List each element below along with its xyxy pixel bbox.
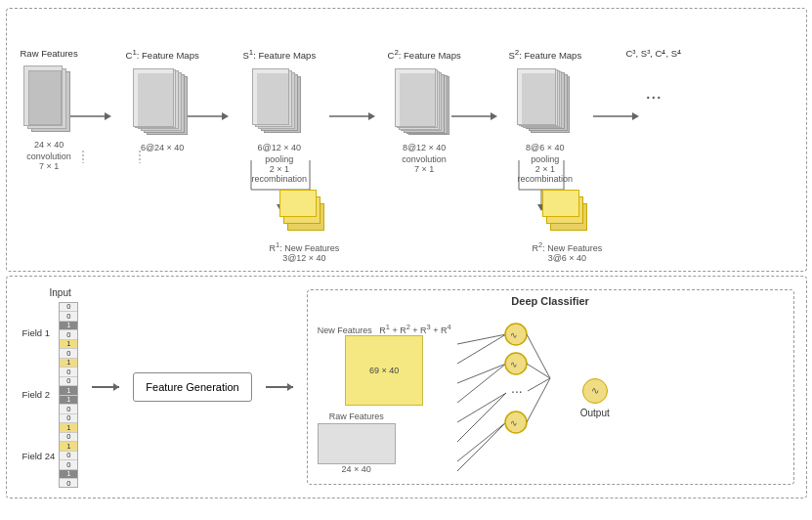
c1-inner <box>138 73 173 126</box>
r2-label: R2: New Features <box>533 240 603 253</box>
raw-map-front <box>23 65 63 126</box>
c2-convolution-label: convolution7 × 1 <box>402 154 447 174</box>
raw-features-group: Raw Features 24 × 40 convolution7 × 1 <box>21 48 78 171</box>
raw-feat-bottom-dim: 24 × 40 <box>342 464 371 474</box>
c2-label: C2: Feature Maps <box>388 48 461 63</box>
r2-group: R2: New Features 3@6 × 40 <box>533 190 603 263</box>
cell-11: 0 <box>60 405 77 414</box>
c2-group: C2: Feature Maps 8@12 × 40 convolution7 … <box>388 48 461 174</box>
raw-features-group: Raw Features 24 × 40 <box>318 412 396 474</box>
raw-inner-rect <box>28 70 62 125</box>
input-row: Field 1 Field 2 Field 24 0 0 1 0 1 0 1 0… <box>22 302 79 488</box>
deep-classifier: Deep Classifier New Features R1 + R2 + R… <box>307 289 794 485</box>
cell-16: 0 <box>60 452 77 461</box>
cell-8: 0 <box>60 377 77 387</box>
s2-stack <box>517 68 574 139</box>
s2-inner <box>522 73 555 124</box>
etc-label: C³, S³, C⁴, S⁴ <box>626 48 682 60</box>
svg-line-24 <box>457 364 506 383</box>
r1-label: R1: New Features <box>270 240 340 253</box>
c2-dim: 8@12 × 40 <box>403 143 446 152</box>
raw-features-block <box>23 65 74 136</box>
s2-map-front <box>517 68 556 125</box>
deep-classifier-title: Deep Classifier <box>511 295 588 307</box>
cell-14: 0 <box>60 433 77 443</box>
r1-group: R1: New Features 3@12 × 40 <box>270 190 340 263</box>
c2-inner <box>400 73 435 126</box>
s1-map-front <box>252 68 289 125</box>
featgen-to-classifier-arrow <box>266 386 293 388</box>
raw-features-label: Raw Features <box>21 48 78 60</box>
svg-text:∿: ∿ <box>510 330 518 340</box>
s2-label: S2: Feature Maps <box>509 48 582 63</box>
neural-net-svg: ∿ ∿ ... ∿ <box>457 315 575 481</box>
feature-generation-box: Feature Generation <box>133 372 251 402</box>
field1-label: Field 1 <box>22 327 56 338</box>
etc-group: C³, S³, C⁴, S⁴ ... <box>626 48 682 104</box>
s2-pooling-label: pooling2 × 1recombination <box>518 154 574 184</box>
s1-pooling-label: pooling2 × 1recombination <box>252 154 308 184</box>
top-section: Raw Features 24 × 40 convolution7 × 1 C1… <box>6 8 807 272</box>
s1-stack <box>252 68 306 139</box>
c1-map-front <box>133 68 174 127</box>
cell-18: 1 <box>60 470 77 480</box>
s1-inner <box>257 73 288 124</box>
new-features-group: New Features R1 + R2 + R3 + R4 69 × 40 <box>318 323 451 406</box>
main-container: Raw Features 24 × 40 convolution7 × 1 C1… <box>6 8 807 498</box>
featgen-to-classifier-arrow-container <box>266 386 293 388</box>
c1-dim: 6@24 × 40 <box>141 143 184 152</box>
input-group: Input Field 1 Field 2 Field 24 0 0 1 0 1… <box>22 287 79 488</box>
input-to-featgen-arrow-container <box>92 386 119 388</box>
cell-15: 1 <box>60 442 77 452</box>
r2-stack <box>542 190 591 237</box>
top-layout: Raw Features 24 × 40 convolution7 × 1 C1… <box>21 19 792 257</box>
raw-features-box-bottom <box>318 423 396 464</box>
s2-group: S2: Feature Maps 8@6 × 40 pooling2 × 1re… <box>509 48 582 184</box>
raw-features-dim: 24 × 40 <box>34 140 64 150</box>
cell-9: 1 <box>60 386 77 396</box>
input-to-featgen-arrow <box>92 386 119 388</box>
s1-group: S1: Feature Maps 6@12 × 40 pooling2 × 1r… <box>243 48 317 184</box>
etc-dots: ... <box>645 81 662 104</box>
cell-19: 0 <box>60 479 77 488</box>
new-feat-annotation: New Features R1 + R2 + R3 + R4 <box>318 323 451 335</box>
field-labels: Field 1 Field 2 Field 24 <box>22 302 60 488</box>
svg-line-28 <box>457 422 506 461</box>
r1-card-1 <box>279 190 317 217</box>
cell-4: 1 <box>60 340 77 350</box>
raw-convolution-label: convolution7 × 1 <box>26 152 71 171</box>
svg-text:...: ... <box>511 380 523 396</box>
input-strip: 0 0 1 0 1 0 1 0 0 1 1 0 0 1 0 1 0 <box>59 302 78 488</box>
field2-label: Field 2 <box>22 389 56 400</box>
cell-2: 1 <box>60 322 77 331</box>
svg-line-37 <box>527 334 550 378</box>
cell-7: 0 <box>60 368 77 377</box>
output-group: ∿ Output <box>580 378 610 418</box>
r2-card-1 <box>542 190 579 217</box>
bottom-section: Input Field 1 Field 2 Field 24 0 0 1 0 1… <box>6 276 807 498</box>
output-label: Output <box>580 408 610 418</box>
c1-group: C1: Feature Maps 6@24 × 40 <box>126 48 199 152</box>
arrow-head <box>113 383 119 391</box>
arrow-head-2 <box>287 383 293 391</box>
r1-dim: 3@12 × 40 <box>282 253 325 263</box>
s2-dim: 8@6 × 40 <box>526 143 564 152</box>
input-label: Input <box>50 287 71 298</box>
output-neuron: ∿ <box>582 378 608 404</box>
cell-6: 1 <box>60 359 77 368</box>
svg-text:∿: ∿ <box>510 360 518 369</box>
cell-0: 0 <box>60 303 77 313</box>
cell-17: 0 <box>60 460 77 470</box>
c1-label: C1: Feature Maps <box>126 48 199 63</box>
c2-stack <box>395 68 453 139</box>
new-feat-dim: 69 × 40 <box>369 366 399 375</box>
raw-feat-bottom-label: Raw Features <box>329 412 384 421</box>
s1-label: S1: Feature Maps <box>243 48 317 63</box>
cell-3: 0 <box>60 330 77 340</box>
c1-stack <box>133 68 192 139</box>
new-features-box: 69 × 40 <box>345 335 423 406</box>
cell-13: 1 <box>60 423 77 433</box>
cell-1: 0 <box>60 312 77 322</box>
r1-stack <box>279 190 328 237</box>
output-wave: ∿ <box>591 385 599 396</box>
